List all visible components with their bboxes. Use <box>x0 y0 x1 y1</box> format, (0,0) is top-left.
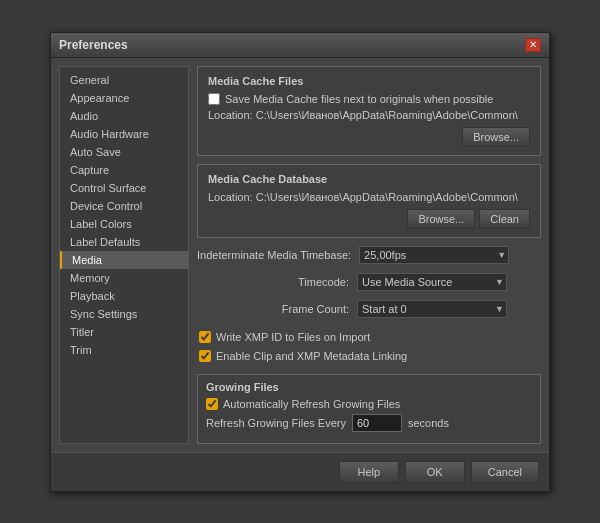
frame-count-select[interactable]: Start at 0 <box>357 300 507 318</box>
sidebar-item-label-defaults[interactable]: Label Defaults <box>60 233 188 251</box>
auto-refresh-checkbox[interactable] <box>206 398 218 410</box>
cache-db-button-row: Browse... Clean <box>208 209 530 229</box>
title-bar: Preferences ✕ <box>51 33 549 58</box>
cache-db-location-path: C:\Users\Иванов\AppData\Roaming\Adobe\Co… <box>256 191 518 203</box>
dialog-body: GeneralAppearanceAudioAudio HardwareAuto… <box>51 58 549 452</box>
close-button[interactable]: ✕ <box>525 38 541 52</box>
frame-count-select-wrapper: Start at 0 ▼ <box>357 300 507 318</box>
timecode-select[interactable]: Use Media Source <box>357 273 507 291</box>
timecode-select-wrapper: Use Media Source ▼ <box>357 273 507 291</box>
cache-db-clean-button[interactable]: Clean <box>479 209 530 229</box>
sidebar-item-titler[interactable]: Titler <box>60 323 188 341</box>
refresh-every-input[interactable] <box>352 414 402 432</box>
save-cache-label: Save Media Cache files next to originals… <box>225 93 493 105</box>
sidebar-item-label-colors[interactable]: Label Colors <box>60 215 188 233</box>
sidebar-item-memory[interactable]: Memory <box>60 269 188 287</box>
write-xmp-row: Write XMP ID to Files on Import <box>199 331 539 343</box>
growing-files-title: Growing Files <box>206 381 532 393</box>
sidebar-item-audio-hardware[interactable]: Audio Hardware <box>60 125 188 143</box>
growing-files-section: Growing Files Automatically Refresh Grow… <box>197 374 541 444</box>
dialog-title: Preferences <box>59 38 128 52</box>
cache-db-location-label: Location: <box>208 191 253 203</box>
sidebar: GeneralAppearanceAudioAudio HardwareAuto… <box>59 66 189 444</box>
seconds-label: seconds <box>408 417 449 429</box>
cancel-button[interactable]: Cancel <box>471 461 539 483</box>
enable-clip-row: Enable Clip and XMP Metadata Linking <box>199 350 539 362</box>
write-xmp-label: Write XMP ID to Files on Import <box>216 331 370 343</box>
sidebar-item-playback[interactable]: Playback <box>60 287 188 305</box>
media-cache-database-section: Media Cache Database Location: C:\Users\… <box>197 164 541 238</box>
auto-refresh-row: Automatically Refresh Growing Files <box>206 398 532 410</box>
main-content: Media Cache Files Save Media Cache files… <box>197 66 541 444</box>
sidebar-item-general[interactable]: General <box>60 71 188 89</box>
preferences-dialog: Preferences ✕ GeneralAppearanceAudioAudi… <box>50 32 550 492</box>
cache-db-browse-button[interactable]: Browse... <box>407 209 475 229</box>
frame-count-row: Frame Count: Start at 0 ▼ <box>197 300 541 318</box>
fields-section: Indeterminate Media Timebase: 25,00fps ▼… <box>197 246 541 323</box>
sidebar-item-sync-settings[interactable]: Sync Settings <box>60 305 188 323</box>
sidebar-item-media[interactable]: Media <box>60 251 188 269</box>
refresh-every-row: Refresh Growing Files Every seconds <box>206 414 532 432</box>
media-cache-database-title: Media Cache Database <box>208 173 530 185</box>
cache-db-location-row: Location: C:\Users\Иванов\AppData\Roamin… <box>208 191 530 203</box>
cache-files-location-label: Location: <box>208 109 253 121</box>
cache-files-browse-button[interactable]: Browse... <box>462 127 530 147</box>
timecode-row: Timecode: Use Media Source ▼ <box>197 273 541 291</box>
help-button[interactable]: Help <box>339 461 399 483</box>
cache-files-location-path: C:\Users\Иванов\AppData\Roaming\Adobe\Co… <box>256 109 518 121</box>
enable-clip-checkbox[interactable] <box>199 350 211 362</box>
sidebar-item-appearance[interactable]: Appearance <box>60 89 188 107</box>
save-cache-checkbox[interactable] <box>208 93 220 105</box>
indeterminate-select-wrapper: 25,00fps ▼ <box>359 246 509 264</box>
indeterminate-label: Indeterminate Media Timebase: <box>197 249 359 261</box>
sidebar-item-audio[interactable]: Audio <box>60 107 188 125</box>
auto-refresh-label: Automatically Refresh Growing Files <box>223 398 400 410</box>
refresh-every-label: Refresh Growing Files Every <box>206 417 352 429</box>
dialog-footer: Help OK Cancel <box>51 452 549 491</box>
sidebar-item-capture[interactable]: Capture <box>60 161 188 179</box>
save-cache-row: Save Media Cache files next to originals… <box>208 93 530 105</box>
checkboxes-section: Write XMP ID to Files on Import Enable C… <box>197 331 541 366</box>
cache-files-location-row: Location: C:\Users\Иванов\AppData\Roamin… <box>208 109 530 121</box>
ok-button[interactable]: OK <box>405 461 465 483</box>
indeterminate-select[interactable]: 25,00fps <box>359 246 509 264</box>
timecode-label: Timecode: <box>197 276 357 288</box>
write-xmp-checkbox[interactable] <box>199 331 211 343</box>
cache-files-button-row: Browse... <box>208 127 530 147</box>
sidebar-item-auto-save[interactable]: Auto Save <box>60 143 188 161</box>
media-cache-files-title: Media Cache Files <box>208 75 530 87</box>
frame-count-label: Frame Count: <box>197 303 357 315</box>
sidebar-item-control-surface[interactable]: Control Surface <box>60 179 188 197</box>
indeterminate-row: Indeterminate Media Timebase: 25,00fps ▼ <box>197 246 541 264</box>
media-cache-files-section: Media Cache Files Save Media Cache files… <box>197 66 541 156</box>
enable-clip-label: Enable Clip and XMP Metadata Linking <box>216 350 407 362</box>
sidebar-item-device-control[interactable]: Device Control <box>60 197 188 215</box>
sidebar-item-trim[interactable]: Trim <box>60 341 188 359</box>
